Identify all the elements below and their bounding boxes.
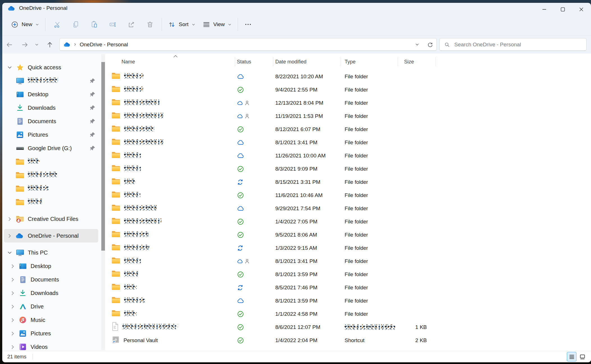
chevron-right-icon	[7, 217, 12, 221]
sidebar-section-this-pc[interactable]: This PC	[4, 246, 98, 259]
cut-button[interactable]	[48, 17, 67, 32]
sidebar-item-desktop[interactable]: Desktop	[4, 88, 98, 101]
column-header-size[interactable]: Size	[398, 54, 436, 70]
onedrive-breadcrumb-icon	[64, 42, 71, 47]
delete-button[interactable]	[141, 17, 159, 32]
file-name	[124, 100, 160, 106]
file-explorer-window: OneDrive - Personal New Sort View	[2, 3, 591, 362]
search-placeholder: Search OneDrive - Personal	[454, 42, 521, 48]
search-box[interactable]: Search OneDrive - Personal	[439, 38, 587, 51]
column-header-type[interactable]: Type	[341, 54, 398, 70]
sidebar-item-redacted[interactable]	[4, 155, 98, 168]
column-header-date-modified[interactable]: Date modified	[273, 54, 341, 70]
date-modified: 8/3/2021 9:09 PM	[273, 166, 341, 172]
desktop-icon	[19, 263, 27, 269]
date-modified: 11/6/2021 10:46 AM	[273, 192, 341, 198]
new-button[interactable]: New	[7, 17, 43, 32]
folder-icon	[112, 257, 120, 264]
refresh-icon[interactable]	[427, 42, 433, 47]
table-row[interactable]: 11/6/2021 10:46 AM File folder	[111, 189, 436, 202]
maximize-button[interactable]	[553, 3, 572, 16]
table-row[interactable]: 8/12/2021 6:07 PM File folder	[111, 123, 436, 136]
table-row[interactable]: 8/3/2021 9:09 PM File folder	[111, 162, 436, 175]
view-button[interactable]: View	[199, 17, 235, 32]
sort-button-label: Sort	[179, 21, 189, 28]
address-bar[interactable]: OneDrive - Personal	[59, 38, 437, 51]
table-row[interactable]: 1/1/2022 4:58 PM File folder	[111, 307, 436, 320]
date-modified: 8/5/2021 7:46 PM	[273, 285, 341, 291]
file-name	[124, 86, 143, 93]
address-dropdown-icon[interactable]	[415, 42, 419, 47]
file-type: File folder	[341, 258, 398, 264]
syncing-status-icon	[237, 245, 243, 251]
table-row[interactable]: 8/22/2021 10:20 AM File folder	[111, 70, 436, 83]
sidebar-item-pictures[interactable]: Pictures	[4, 128, 98, 141]
sidebar-item-downloads[interactable]: Downloads	[4, 101, 98, 115]
table-row[interactable]: 11/19/2021 1:53 PM File folder	[111, 109, 436, 123]
sidebar-item-label: Drive	[31, 303, 44, 310]
recent-locations-button[interactable]	[31, 38, 42, 51]
close-button[interactable]	[572, 3, 590, 16]
table-row[interactable]: 12/13/2021 8:04 PM File folder	[111, 96, 436, 109]
table-row[interactable]: 1/3/2022 9:15 AM File folder	[111, 241, 436, 255]
sidebar-item-redacted[interactable]	[4, 182, 98, 195]
table-row[interactable]: 9/4/2021 2:55 PM File folder	[111, 83, 436, 96]
table-row[interactable]: 8/1/2021 3:41 PM File folder	[111, 255, 436, 268]
redacted-text	[28, 158, 40, 164]
redacted-text	[124, 271, 138, 276]
redacted-text	[124, 245, 149, 250]
table-row[interactable]: 9/29/2021 7:54 PM File folder	[111, 202, 436, 215]
sidebar-item-desktop[interactable]: Desktop	[4, 259, 98, 273]
sidebar-section-onedrive-personal[interactable]: OneDrive - Personal	[4, 229, 98, 242]
breadcrumb[interactable]: OneDrive - Personal	[80, 42, 128, 48]
minimize-button[interactable]	[535, 3, 553, 16]
pin-icon	[90, 105, 95, 111]
sidebar-item-pictures[interactable]: Pictures	[4, 327, 98, 340]
sidebar-scrollbar-thumb[interactable]	[101, 62, 105, 251]
sidebar-section-quick-access[interactable]: Quick access	[4, 61, 98, 74]
table-row[interactable]: 11/26/2021 10:00 AM File folder	[111, 149, 436, 162]
back-button[interactable]	[3, 38, 15, 51]
copy-button[interactable]	[67, 17, 85, 32]
sidebar-item-google-drive-g-[interactable]: Google Drive (G:)	[4, 141, 98, 155]
column-header-status[interactable]: Status	[235, 54, 273, 70]
table-row[interactable]: 8/6/2021 12:07 PM 1 KB	[111, 320, 436, 334]
chevron-down-icon	[35, 23, 39, 26]
file-type: File folder	[341, 153, 398, 159]
synced-status-icon	[237, 271, 244, 278]
sidebar-item-documents[interactable]: Documents	[4, 115, 98, 128]
synced-status-icon	[237, 86, 244, 93]
table-row[interactable]: Personal Vault 1/4/2022 2:04 PM Shortcut…	[111, 334, 436, 347]
table-row[interactable]: 9/5/2021 8:06 AM File folder	[111, 228, 436, 241]
forward-button[interactable]	[19, 38, 31, 51]
sidebar-item-redacted[interactable]	[4, 74, 98, 88]
sidebar-item-documents[interactable]: Documents	[4, 273, 98, 286]
up-button[interactable]	[43, 38, 56, 51]
sidebar-item-label	[28, 77, 58, 84]
table-row[interactable]: 8/1/2021 3:59 PM File folder	[111, 294, 436, 307]
sidebar-item-label	[28, 185, 49, 192]
table-row[interactable]: 1/4/2022 7:05 PM File folder	[111, 215, 436, 228]
share-button[interactable]	[122, 17, 141, 32]
table-row[interactable]: 8/5/2021 7:46 PM File folder	[111, 281, 436, 294]
sidebar-item-label: Music	[31, 317, 45, 323]
rename-button[interactable]	[104, 17, 122, 32]
sort-button[interactable]: Sort	[164, 17, 199, 32]
more-options-button[interactable]	[240, 17, 256, 32]
paste-button[interactable]	[85, 17, 104, 32]
table-row[interactable]: 8/1/2021 3:59 PM File folder	[111, 268, 436, 281]
sidebar-item-redacted[interactable]	[4, 195, 98, 209]
sidebar-scrollbar[interactable]	[101, 54, 105, 350]
sidebar-section-creative-cloud-files[interactable]: Creative Cloud Files	[4, 212, 98, 226]
chevron-right-icon	[10, 318, 15, 322]
navigation-pane: Quick access Desktop Downloads Documents…	[2, 54, 106, 351]
sidebar-item-music[interactable]: Music	[4, 313, 98, 327]
sidebar-item-downloads[interactable]: Downloads	[4, 286, 98, 300]
table-row[interactable]: 8/1/2021 3:41 PM File folder	[111, 136, 436, 149]
table-row[interactable]: 8/15/2021 3:31 PM File folder	[111, 175, 436, 189]
redacted-text	[124, 205, 157, 210]
sidebar-item-redacted[interactable]	[4, 168, 98, 182]
thumbnail-view-button[interactable]	[578, 352, 587, 361]
details-view-button[interactable]	[567, 352, 576, 361]
sidebar-item-drive[interactable]: Drive	[4, 300, 98, 313]
